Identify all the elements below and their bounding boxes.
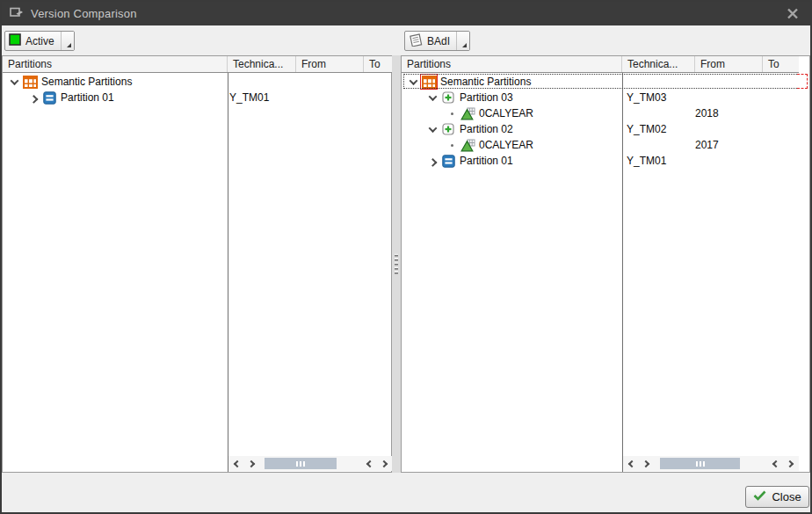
scroll-left-button[interactable] xyxy=(230,457,244,470)
tree-node-label: Partition 02 xyxy=(460,123,513,135)
tree-row[interactable]: Semantic Partitions xyxy=(402,74,809,90)
chevron-right-icon[interactable] xyxy=(426,155,439,167)
badi-version-label: BAdI xyxy=(427,35,450,47)
column-header-from[interactable]: From xyxy=(296,56,364,72)
partition-added-icon xyxy=(440,90,456,105)
active-version-label: Active xyxy=(25,35,54,47)
title-bar: Version Comparison xyxy=(2,2,810,25)
chevron-down-icon[interactable] xyxy=(426,123,439,135)
window-edit-icon xyxy=(10,6,24,22)
tree-row[interactable]: Partition 01Y_TM01 xyxy=(3,90,391,105)
semantic-partitions-icon xyxy=(421,75,437,89)
check-icon xyxy=(753,490,766,503)
column-header-row: PartitionsTechnica...FromTo xyxy=(402,56,799,73)
tree-node-label: 0CALYEAR xyxy=(479,107,533,119)
infoobject-icon xyxy=(460,138,475,152)
tree-node-label: Partition 01 xyxy=(460,155,513,167)
column-divider xyxy=(228,73,228,472)
tree-row[interactable]: Partition 01Y_TM01 xyxy=(402,153,809,169)
scroll-right-button[interactable] xyxy=(639,457,653,470)
badi-note-icon xyxy=(409,33,423,49)
partition-display-icon xyxy=(41,90,57,105)
chevron-down-icon[interactable] xyxy=(426,91,439,104)
selection-cursor-red-bracket xyxy=(797,74,808,89)
scroll-right-button[interactable] xyxy=(783,457,797,470)
technical-name-value: Y_TM03 xyxy=(627,91,666,104)
column-header-partitions[interactable]: Partitions xyxy=(402,56,622,72)
column-header-row: PartitionsTechnica...FromTo xyxy=(3,56,393,73)
tree-node-label: Semantic Partitions xyxy=(41,76,132,88)
partition-tree: Semantic Partitions Partition 03Y_TM03 0… xyxy=(402,74,809,169)
partition-tree: Semantic Partitions Partition 01Y_TM01 xyxy=(3,74,391,105)
chevron-down-icon[interactable] xyxy=(407,76,419,88)
technical-name-value: Y_TM01 xyxy=(627,155,666,167)
panel-splitter[interactable] xyxy=(392,55,401,473)
scrollbar-track[interactable] xyxy=(262,458,359,469)
active-version-button[interactable]: Active xyxy=(4,31,75,51)
technical-name-value: Y_TM01 xyxy=(229,91,269,104)
chevron-right-icon[interactable] xyxy=(27,91,40,104)
badi-version-dropdown[interactable] xyxy=(456,32,469,50)
partition-added-icon xyxy=(440,122,456,136)
horizontal-scrollbar[interactable] xyxy=(623,456,799,471)
scroll-right-button[interactable] xyxy=(244,457,258,470)
tree-row[interactable]: Partition 03Y_TM03 xyxy=(402,90,809,105)
scroll-left-button[interactable] xyxy=(769,457,783,470)
tree-node-label: Partition 03 xyxy=(460,91,513,104)
from-value: 2018 xyxy=(695,107,719,119)
scrollbar-thumb[interactable] xyxy=(660,458,741,469)
column-header-to[interactable]: To xyxy=(364,56,393,72)
column-header-technica[interactable]: Technica... xyxy=(622,56,695,72)
tree-node-label: 0CALYEAR xyxy=(479,139,533,151)
badi-version-panel: PartitionsTechnica...FromTo Semantic Par… xyxy=(401,55,810,473)
column-header-from[interactable]: From xyxy=(695,56,763,72)
active-version-icon xyxy=(9,33,21,48)
active-version-panel: PartitionsTechnica...FromTo Semantic Par… xyxy=(2,55,392,473)
technical-name-value: Y_TM02 xyxy=(627,123,666,135)
scrollbar-thumb[interactable] xyxy=(265,458,337,469)
from-value: 2017 xyxy=(695,139,719,151)
column-header-technica[interactable]: Technica... xyxy=(228,56,296,72)
window-title: Version Comparison xyxy=(31,7,137,20)
tree-row[interactable]: Semantic Partitions xyxy=(3,74,391,90)
leaf-bullet xyxy=(446,139,458,151)
scroll-left-button[interactable] xyxy=(625,457,639,470)
tree-row[interactable]: 0CALYEAR2017 xyxy=(402,137,809,153)
tree-row[interactable]: Partition 02Y_TM02 xyxy=(402,121,809,137)
close-button[interactable]: Close xyxy=(745,486,809,508)
column-header-partitions[interactable]: Partitions xyxy=(3,56,228,72)
active-version-dropdown[interactable] xyxy=(61,32,74,50)
tree-node-label: Semantic Partitions xyxy=(440,76,531,88)
scrollbar-track[interactable] xyxy=(656,458,765,469)
horizontal-scrollbar[interactable] xyxy=(228,456,393,471)
leaf-bullet xyxy=(446,107,458,119)
close-icon xyxy=(787,8,799,19)
tree-node-label: Partition 01 xyxy=(61,91,114,104)
semantic-partitions-icon xyxy=(22,75,38,89)
column-header-to[interactable]: To xyxy=(763,56,799,72)
badi-version-button[interactable]: BAdI xyxy=(404,31,470,51)
scroll-left-button[interactable] xyxy=(363,457,377,470)
window-close-button[interactable] xyxy=(783,5,802,23)
tree-row[interactable]: 0CALYEAR2018 xyxy=(402,105,809,121)
infoobject-icon xyxy=(460,106,475,120)
close-button-label: Close xyxy=(772,490,801,503)
partition-display-icon xyxy=(440,154,456,168)
scroll-right-button[interactable] xyxy=(377,457,391,470)
version-comparison-dialog: Version Comparison Active xyxy=(0,0,812,514)
chevron-down-icon[interactable] xyxy=(8,76,20,88)
